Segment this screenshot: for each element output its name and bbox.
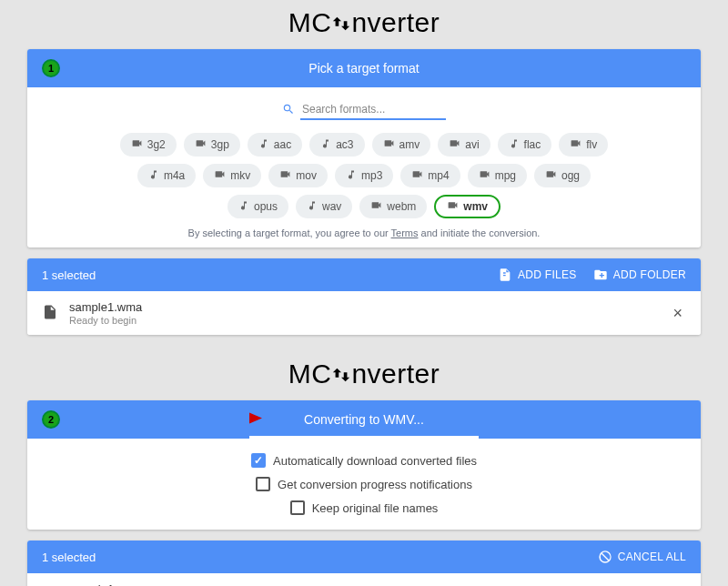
format-chip-3g2[interactable]: 3g2 xyxy=(120,133,177,157)
search-row xyxy=(46,100,682,120)
checkbox-checked[interactable] xyxy=(251,453,266,468)
logo-prefix: MC xyxy=(288,7,332,37)
format-chip-label: opus xyxy=(254,200,278,213)
svg-marker-1 xyxy=(249,413,262,424)
format-chip-3gp[interactable]: 3gp xyxy=(184,133,240,157)
converting-header: 2 Converting to WMV... xyxy=(27,400,701,439)
add-folder-label: ADD FOLDER xyxy=(613,268,686,281)
format-chip-flv[interactable]: flv xyxy=(559,133,608,157)
video-icon xyxy=(214,168,226,183)
terms-link[interactable]: Terms xyxy=(391,227,419,238)
file-status: Ready to begin xyxy=(69,315,658,326)
format-chip-label: m4a xyxy=(164,169,185,182)
option-label: Keep original file names xyxy=(312,501,439,515)
file-name: sample1.wma xyxy=(69,300,658,314)
logo-suffix: nverter xyxy=(351,7,440,37)
format-chip-mpg[interactable]: mpg xyxy=(468,164,527,187)
checkbox-unchecked[interactable] xyxy=(290,500,305,515)
terms-post: and initiate the conversion. xyxy=(419,227,541,238)
format-chip-label: mkv xyxy=(230,169,250,182)
swap-icon xyxy=(331,360,351,391)
format-chip-mp4[interactable]: mp4 xyxy=(400,164,460,187)
terms-text: By selecting a target format, you agree … xyxy=(46,227,682,238)
terms-pre: By selecting a target format, you agree … xyxy=(188,227,391,238)
search-icon xyxy=(282,103,295,118)
format-chip-label: avi xyxy=(465,138,479,151)
video-icon xyxy=(279,168,291,183)
video-icon xyxy=(370,199,382,214)
format-chip-mp3[interactable]: mp3 xyxy=(335,164,393,187)
audio-icon xyxy=(307,200,318,214)
format-chip-label: 3g2 xyxy=(147,138,166,151)
selected-count: 1 selected xyxy=(42,268,96,282)
format-chip-label: ogg xyxy=(561,169,580,182)
logo-suffix: nverter xyxy=(351,359,440,389)
converting-card: 2 Converting to WMV... Automatically dow… xyxy=(27,400,701,530)
options-list: Automatically download converted filesGe… xyxy=(27,439,701,530)
format-chip-label: aac xyxy=(274,138,291,151)
format-chip-label: flac xyxy=(524,138,541,151)
video-icon xyxy=(545,168,557,183)
option-row[interactable]: Automatically download converted files xyxy=(251,453,477,468)
format-chip-label: 3gp xyxy=(211,138,229,151)
file-row: sample1.wma Ready to begin × xyxy=(27,291,701,335)
format-chip-mov[interactable]: mov xyxy=(268,164,328,187)
format-chip-amv[interactable]: amv xyxy=(372,133,431,157)
format-chip-label: flv xyxy=(586,138,597,151)
format-chip-label: webm xyxy=(387,200,416,213)
audio-icon xyxy=(320,138,331,152)
format-chip-opus[interactable]: opus xyxy=(228,195,288,218)
format-chip-webm[interactable]: webm xyxy=(359,195,427,218)
audio-icon xyxy=(258,138,269,152)
format-chip-label: mp4 xyxy=(428,169,449,182)
add-files-label: ADD FILES xyxy=(518,268,577,281)
format-chip-label: wmv xyxy=(463,200,488,213)
option-row[interactable]: Get conversion progress notifications xyxy=(256,477,472,491)
format-chip-list: 3g23gpaacac3amvaviflacflvm4amkvmovmp3mp4… xyxy=(109,133,619,218)
video-icon xyxy=(383,137,395,152)
format-card: 1 Pick a target format 3g23gpaacac3amvav… xyxy=(27,49,701,248)
format-chip-flac[interactable]: flac xyxy=(498,133,552,157)
format-card-title: Pick a target format xyxy=(60,61,686,76)
format-chip-aac[interactable]: aac xyxy=(248,133,302,157)
format-chip-label: ac3 xyxy=(336,138,353,151)
file-list-toolbar-1: 1 selected ADD FILES ADD FOLDER xyxy=(27,258,701,291)
format-chip-m4a[interactable]: m4a xyxy=(137,164,196,187)
app-logo: MCnverter xyxy=(27,351,701,400)
option-label: Automatically download converted files xyxy=(273,454,477,468)
add-files-button[interactable]: ADD FILES xyxy=(498,268,577,282)
file-icon xyxy=(42,304,58,323)
screenshot-step-2: MCnverter 2 Converting to WMV... Au xyxy=(0,348,728,586)
format-chip-wav[interactable]: wav xyxy=(296,195,352,218)
format-chip-avi[interactable]: avi xyxy=(438,133,490,157)
audio-icon xyxy=(346,169,357,183)
converting-title: Converting to WMV... xyxy=(60,412,686,427)
selected-count: 1 selected xyxy=(42,551,96,564)
remove-file-button[interactable]: × xyxy=(669,305,686,321)
format-chip-label: wav xyxy=(322,200,341,213)
cancel-all-button[interactable]: CANCEL ALL xyxy=(598,550,686,564)
step-badge-2: 2 xyxy=(42,410,60,429)
screenshot-step-1: MCnverter 1 Pick a target format 3g23gpa… xyxy=(0,0,728,348)
format-chip-label: mpg xyxy=(495,169,516,182)
video-icon xyxy=(411,168,423,183)
logo-prefix: MC xyxy=(288,359,332,389)
format-chip-label: amv xyxy=(399,138,420,151)
annotation-arrow-icon xyxy=(191,410,264,429)
file-list-toolbar-2: 1 selected CANCEL ALL xyxy=(27,541,701,573)
checkbox-unchecked[interactable] xyxy=(256,477,270,491)
format-chip-ac3[interactable]: ac3 xyxy=(309,133,364,157)
app-logo: MCnverter xyxy=(27,0,701,49)
format-chip-ogg[interactable]: ogg xyxy=(534,164,591,187)
format-card-body: 3g23gpaacac3amvaviflacflvm4amkvmovmp3mp4… xyxy=(27,87,701,248)
video-icon xyxy=(447,199,459,214)
option-row[interactable]: Keep original file names xyxy=(290,500,439,515)
format-chip-mkv[interactable]: mkv xyxy=(203,164,261,187)
add-folder-button[interactable]: ADD FOLDER xyxy=(593,268,686,282)
format-chip-wmv[interactable]: wmv xyxy=(434,195,500,218)
file-meta: sample1.wma Uploading... (18%) xyxy=(69,582,658,586)
search-input[interactable] xyxy=(300,100,446,120)
video-icon xyxy=(195,137,207,152)
file-meta: sample1.wma Ready to begin xyxy=(69,300,658,326)
file-list-card-1: 1 selected ADD FILES ADD FOLDER sample1.… xyxy=(27,258,701,335)
